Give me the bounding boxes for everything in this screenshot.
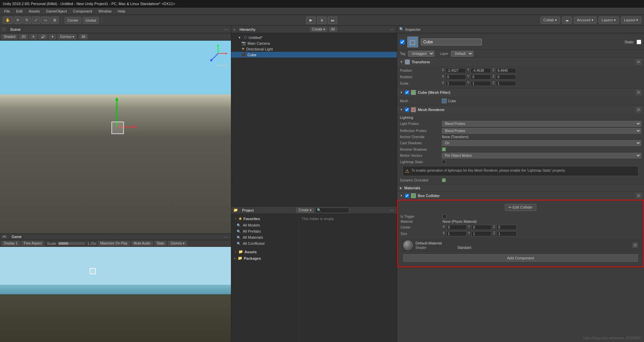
scene-audio-btn[interactable]: 🔊 (39, 34, 47, 39)
edit-collider-btn[interactable]: ✏ Edit Collider (505, 204, 536, 211)
tag-dropdown[interactable]: Untagged (408, 51, 434, 57)
hierarchy-item-scene[interactable]: ▼ ⬡ Untitled* (231, 35, 397, 40)
add-component-btn[interactable]: Add Component (403, 254, 638, 262)
gizmos-btn[interactable]: Gizmos ▾ (58, 34, 77, 39)
mesh-filter-settings[interactable]: ⚙ (636, 90, 641, 95)
receive-shadows-checkbox[interactable] (442, 147, 446, 151)
game-close[interactable]: — (223, 235, 229, 239)
maximize-btn[interactable]: Maximize On Play (98, 241, 130, 246)
game-viewport[interactable] (0, 247, 231, 342)
collab-button[interactable]: Collab ▾ (540, 17, 560, 24)
menu-help[interactable]: Help (115, 8, 128, 14)
step-button[interactable]: ⏭ (328, 17, 337, 24)
pause-button[interactable]: ⏸ (317, 17, 326, 24)
tool-scale[interactable]: ⤢ (32, 17, 40, 24)
tool-move[interactable]: ✛ (14, 17, 22, 24)
scene-close[interactable]: — (223, 27, 229, 31)
tool-hand[interactable]: ✋ (3, 17, 13, 24)
tool-rect[interactable]: ▭ (41, 17, 50, 24)
game-tab[interactable]: Game (9, 234, 24, 239)
stats-btn[interactable]: Stats (154, 241, 167, 246)
lightmap-static-checkbox[interactable] (442, 160, 446, 164)
inspector-tab[interactable]: Inspector (405, 27, 421, 31)
menu-component[interactable]: Component (70, 8, 95, 14)
shaded-btn[interactable]: Shaded (1, 34, 18, 39)
project-all-prefabs[interactable]: 🔍 All Prefabs (231, 228, 299, 234)
object-active-checkbox[interactable] (400, 40, 405, 44)
scale-z-input[interactable] (496, 81, 516, 86)
box-collider-settings[interactable]: ⚙ (636, 193, 641, 198)
light-probes-dropdown[interactable]: Blend Probes (442, 121, 641, 127)
mesh-filter-header[interactable]: ▼ Cube (Mesh Filter) ⚙ (397, 88, 644, 97)
materials-header[interactable]: ▶ Materials (397, 185, 644, 191)
size-x-input[interactable] (446, 231, 467, 236)
mesh-renderer-header[interactable]: ▼ Mesh Renderer ⚙ (397, 106, 644, 114)
hierarchy-tab[interactable]: Hierarchy (237, 27, 258, 32)
box-collider-checkbox[interactable] (405, 194, 409, 198)
project-tab[interactable]: Project (239, 208, 256, 213)
2d-btn[interactable]: 2D (19, 34, 28, 39)
center-z-input[interactable] (496, 225, 517, 230)
scene-light-btn[interactable]: ☀ (29, 34, 37, 39)
mesh-renderer-settings[interactable]: ⚙ (636, 107, 641, 112)
menu-file[interactable]: File (1, 8, 13, 14)
static-checkbox[interactable] (637, 40, 641, 44)
object-name-input[interactable] (421, 39, 482, 45)
material-settings[interactable]: ⚙ (632, 242, 638, 248)
hierarchy-item-cube[interactable]: ⬛ Cube (231, 52, 397, 58)
display-btn[interactable]: Display 1 (1, 241, 20, 246)
rot-z-input[interactable] (496, 74, 516, 80)
scene-tab[interactable]: Scene (7, 27, 23, 32)
pos-z-input[interactable] (496, 68, 516, 73)
layout-button[interactable]: Layout ▾ (621, 17, 641, 24)
tool-rotate[interactable]: ↻ (23, 17, 31, 24)
project-close[interactable]: — (389, 208, 395, 212)
pos-y-input[interactable] (471, 68, 491, 73)
hierarchy-item-light[interactable]: ☀ Directional Light (231, 46, 397, 52)
aspect-btn[interactable]: Free Aspect (21, 241, 44, 246)
pos-x-input[interactable] (446, 68, 466, 73)
account-button[interactable]: Account ▾ (574, 17, 597, 24)
mesh-renderer-checkbox[interactable] (405, 108, 409, 112)
play-button[interactable]: ▶ (306, 17, 316, 24)
menu-window[interactable]: Window (95, 8, 114, 14)
transform-header[interactable]: ▼ Transform ⚙ (397, 58, 644, 66)
center-btn[interactable]: Center (65, 17, 81, 24)
game-gizmos-btn[interactable]: Gizmos ▾ (168, 241, 187, 246)
project-all-materials[interactable]: 🔍 All Materials (231, 234, 299, 240)
scene-viewport[interactable]: ◄ Persp (0, 41, 231, 233)
hierarchy-all-btn[interactable]: All (329, 27, 337, 32)
scene-fx-btn[interactable]: ✦ (49, 34, 56, 39)
layer-dropdown[interactable]: Default (451, 51, 473, 57)
cloud-button[interactable]: ☁ (562, 17, 572, 24)
layers-button[interactable]: Layers ▾ (599, 17, 619, 24)
mesh-filter-checkbox[interactable] (405, 90, 409, 94)
size-y-input[interactable] (471, 231, 492, 236)
is-trigger-checkbox[interactable] (443, 214, 447, 218)
menu-gameobject[interactable]: GameObject (43, 8, 70, 14)
hierarchy-close[interactable]: — (389, 27, 395, 31)
rot-y-input[interactable] (471, 74, 491, 80)
project-all-models[interactable]: 🔍 All Models (231, 222, 299, 228)
tool-transform[interactable]: ⊞ (50, 17, 59, 24)
global-btn[interactable]: Global (83, 17, 99, 24)
dynamic-occluded-checkbox[interactable] (442, 178, 446, 182)
motion-vectors-dropdown[interactable]: Per Object Motion (442, 153, 641, 158)
scale-x-input[interactable] (446, 81, 466, 86)
center-y-input[interactable] (471, 225, 492, 230)
size-z-input[interactable] (496, 231, 517, 236)
project-create-btn[interactable]: Create ▾ (296, 208, 314, 213)
cast-shadows-dropdown[interactable]: On (442, 140, 641, 146)
all-btn[interactable]: All (79, 34, 88, 39)
menu-assets[interactable]: Assets (26, 8, 43, 14)
scale-y-input[interactable] (471, 81, 491, 86)
hierarchy-create-btn[interactable]: Create ▾ (310, 27, 327, 32)
project-all-conflicted[interactable]: 🔍 All Conflicted (231, 240, 299, 247)
menu-edit[interactable]: Edit (14, 8, 25, 14)
center-x-input[interactable] (446, 225, 467, 230)
transform-settings[interactable]: ⚙ (636, 59, 641, 65)
rot-x-input[interactable] (446, 74, 466, 80)
mute-btn[interactable]: Mute Audio (131, 241, 153, 246)
reflection-probes-dropdown[interactable]: Blend Probes (442, 128, 641, 134)
hierarchy-item-camera[interactable]: 📷 Main Camera (231, 40, 397, 46)
